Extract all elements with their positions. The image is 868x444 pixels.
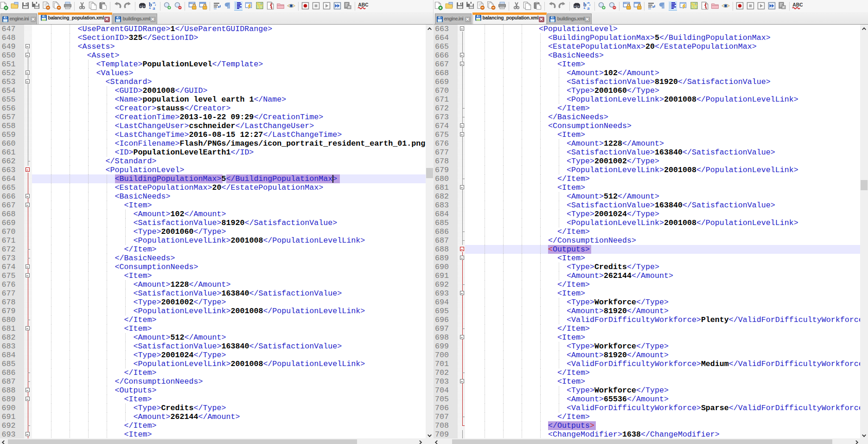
svg-text:b: b	[149, 1, 152, 8]
svg-text:a: a	[587, 5, 590, 11]
svg-text:a: a	[153, 5, 155, 11]
svg-text:ABC: ABC	[358, 2, 369, 7]
svg-text:ABC: ABC	[793, 2, 803, 7]
svg-text:b: b	[583, 1, 587, 8]
